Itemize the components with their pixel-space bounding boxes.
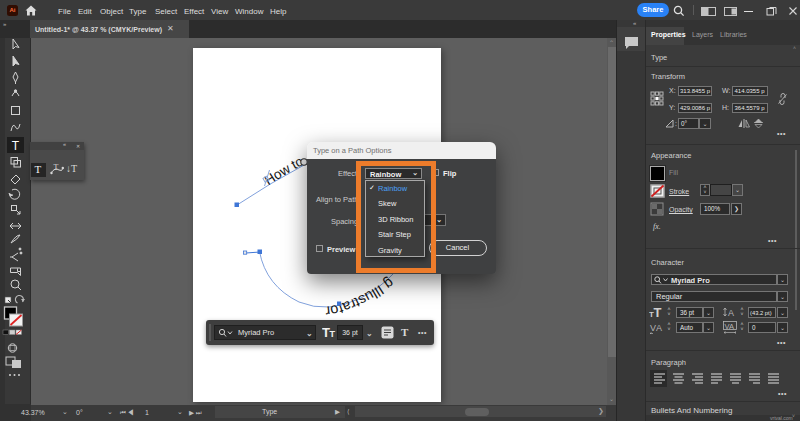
svg-text:T: T [654, 305, 662, 319]
svg-text:A: A [656, 323, 662, 333]
svg-text:T: T [330, 329, 336, 339]
svg-text:T: T [12, 139, 20, 153]
svg-text:g Illustrator: g Illustrator [324, 275, 397, 320]
svg-text:T: T [54, 163, 59, 172]
svg-text:VA: VA [725, 322, 734, 331]
svg-text:How to: How to [262, 154, 306, 189]
svg-text:T: T [649, 310, 654, 319]
svg-text:A: A [728, 308, 734, 318]
